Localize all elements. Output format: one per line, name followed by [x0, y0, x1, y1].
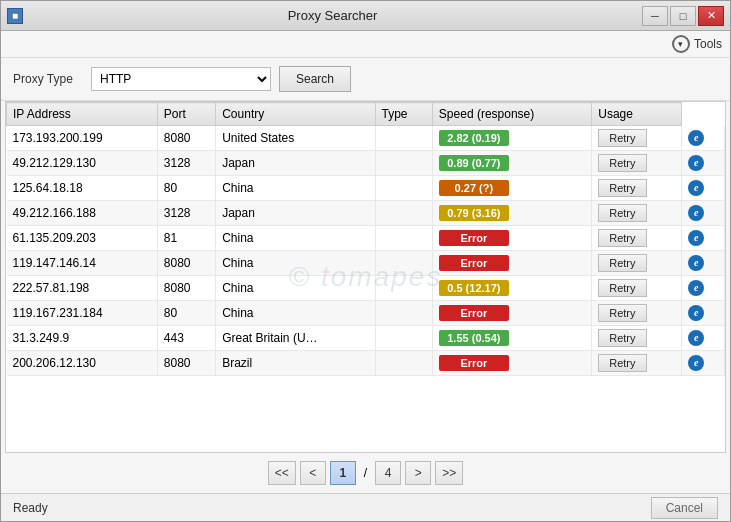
cell-country: China: [216, 276, 375, 301]
cell-speed: Error: [432, 251, 591, 276]
header-country: Country: [216, 103, 375, 126]
cell-ie-icon: e: [682, 201, 725, 226]
toolbar: ▾ Tools: [1, 31, 730, 58]
ie-icon[interactable]: e: [688, 280, 704, 296]
prev-page-button[interactable]: <: [300, 461, 326, 485]
cell-ip: 61.135.209.203: [7, 226, 158, 251]
cell-ip: 31.3.249.9: [7, 326, 158, 351]
ie-icon[interactable]: e: [688, 205, 704, 221]
cell-type: [375, 251, 432, 276]
close-button[interactable]: ✕: [698, 6, 724, 26]
ie-icon[interactable]: e: [688, 230, 704, 246]
header-usage: Usage: [592, 103, 682, 126]
cell-retry: Retry: [592, 151, 682, 176]
cell-type: [375, 276, 432, 301]
cell-retry: Retry: [592, 251, 682, 276]
retry-button[interactable]: Retry: [598, 154, 646, 172]
table-row: 49.212.166.1883128Japan0.79 (3.16)Retrye: [7, 201, 725, 226]
table-header-row: IP Address Port Country Type Speed (resp…: [7, 103, 725, 126]
tools-label: Tools: [694, 37, 722, 51]
cell-type: [375, 151, 432, 176]
cell-speed: Error: [432, 301, 591, 326]
retry-button[interactable]: Retry: [598, 179, 646, 197]
cell-speed: 0.89 (0.77): [432, 151, 591, 176]
table-row: 31.3.249.9443Great Britain (U…1.55 (0.54…: [7, 326, 725, 351]
search-button[interactable]: Search: [279, 66, 351, 92]
cell-speed: 2.82 (0.19): [432, 126, 591, 151]
window-title: Proxy Searcher: [23, 8, 642, 23]
ie-icon[interactable]: e: [688, 155, 704, 171]
cell-ie-icon: e: [682, 276, 725, 301]
maximize-button[interactable]: □: [670, 6, 696, 26]
ie-icon[interactable]: e: [688, 130, 704, 146]
cell-retry: Retry: [592, 276, 682, 301]
header-type: Type: [375, 103, 432, 126]
retry-button[interactable]: Retry: [598, 304, 646, 322]
tools-button[interactable]: ▾ Tools: [672, 35, 722, 53]
table-row: 49.212.129.1303128Japan0.89 (0.77)Retrye: [7, 151, 725, 176]
table-row: 119.167.231.18480ChinaErrorRetrye: [7, 301, 725, 326]
cell-retry: Retry: [592, 351, 682, 376]
cell-retry: Retry: [592, 176, 682, 201]
tools-icon: ▾: [672, 35, 690, 53]
retry-button[interactable]: Retry: [598, 354, 646, 372]
cell-ip: 200.206.12.130: [7, 351, 158, 376]
first-page-button[interactable]: <<: [268, 461, 296, 485]
main-window: ■ Proxy Searcher ─ □ ✕ ▾ Tools Proxy Typ…: [0, 0, 731, 522]
cell-type: [375, 126, 432, 151]
app-icon: ■: [7, 8, 23, 24]
cell-country: United States: [216, 126, 375, 151]
header-port: Port: [157, 103, 215, 126]
ie-icon[interactable]: e: [688, 355, 704, 371]
ie-icon[interactable]: e: [688, 255, 704, 271]
ie-icon[interactable]: e: [688, 305, 704, 321]
total-pages-button[interactable]: 4: [375, 461, 401, 485]
current-page-button[interactable]: 1: [330, 461, 356, 485]
statusbar: Ready Cancel: [1, 493, 730, 521]
cell-ie-icon: e: [682, 326, 725, 351]
proxy-type-select[interactable]: HTTP HTTPS SOCKS4 SOCKS5: [91, 67, 271, 91]
retry-button[interactable]: Retry: [598, 229, 646, 247]
table-row: 61.135.209.20381ChinaErrorRetrye: [7, 226, 725, 251]
ie-icon[interactable]: e: [688, 330, 704, 346]
cell-country: China: [216, 176, 375, 201]
cell-ie-icon: e: [682, 351, 725, 376]
cell-ip: 125.64.18.18: [7, 176, 158, 201]
cell-country: Great Britain (U…: [216, 326, 375, 351]
retry-button[interactable]: Retry: [598, 254, 646, 272]
minimize-button[interactable]: ─: [642, 6, 668, 26]
cell-port: 8080: [157, 351, 215, 376]
table-row: 125.64.18.1880China0.27 (?)Retrye: [7, 176, 725, 201]
cell-ip: 173.193.200.199: [7, 126, 158, 151]
table-row: 200.206.12.1308080BrazilErrorRetrye: [7, 351, 725, 376]
cell-port: 80: [157, 301, 215, 326]
table-row: 173.193.200.1998080United States2.82 (0.…: [7, 126, 725, 151]
page-separator: /: [360, 466, 371, 480]
header-ip: IP Address: [7, 103, 158, 126]
cell-port: 8080: [157, 126, 215, 151]
cell-ip: 49.212.166.188: [7, 201, 158, 226]
ie-icon[interactable]: e: [688, 180, 704, 196]
next-page-button[interactable]: >: [405, 461, 431, 485]
retry-button[interactable]: Retry: [598, 204, 646, 222]
cell-type: [375, 351, 432, 376]
titlebar-controls: ─ □ ✕: [642, 6, 724, 26]
cancel-button[interactable]: Cancel: [651, 497, 718, 519]
cell-type: [375, 326, 432, 351]
retry-button[interactable]: Retry: [598, 129, 646, 147]
cell-port: 3128: [157, 201, 215, 226]
cell-country: China: [216, 301, 375, 326]
cell-ie-icon: e: [682, 151, 725, 176]
last-page-button[interactable]: >>: [435, 461, 463, 485]
cell-port: 443: [157, 326, 215, 351]
cell-ip: 119.167.231.184: [7, 301, 158, 326]
cell-speed: 0.5 (12.17): [432, 276, 591, 301]
cell-retry: Retry: [592, 226, 682, 251]
retry-button[interactable]: Retry: [598, 279, 646, 297]
retry-button[interactable]: Retry: [598, 329, 646, 347]
cell-speed: 0.27 (?): [432, 176, 591, 201]
cell-retry: Retry: [592, 326, 682, 351]
cell-ip: 49.212.129.130: [7, 151, 158, 176]
cell-port: 80: [157, 176, 215, 201]
proxy-type-label: Proxy Type: [13, 72, 83, 86]
